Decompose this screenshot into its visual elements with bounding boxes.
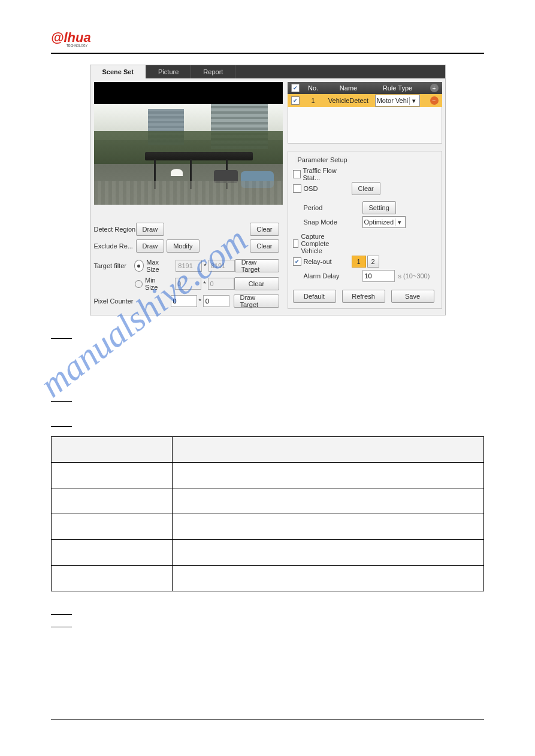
- exclude-region-modify-button[interactable]: Modify: [167, 239, 199, 253]
- rule-no: 1: [303, 97, 324, 104]
- table-cell: [52, 540, 173, 566]
- table-header-col2: [173, 437, 484, 463]
- min-height-input[interactable]: [208, 278, 234, 290]
- relay-out-label: Relay-out: [304, 258, 332, 265]
- name-header: Name: [324, 84, 374, 92]
- tab-report[interactable]: Report: [191, 65, 235, 78]
- snap-mode-select[interactable]: Optimized ▾: [362, 216, 406, 228]
- tab-picture[interactable]: Picture: [146, 65, 191, 78]
- traffic-flow-checkbox[interactable]: [293, 170, 301, 178]
- exclude-region-label: Exclude Re...: [94, 242, 136, 250]
- pixel-height-input[interactable]: [203, 295, 229, 307]
- relay-out-checkbox[interactable]: [293, 257, 301, 266]
- period-label: Period: [293, 204, 362, 211]
- table-cell: [52, 566, 173, 591]
- max-height-input[interactable]: [208, 260, 235, 272]
- table-cell: [52, 514, 173, 540]
- screenshot-figure: Scene Set Picture Report: [90, 65, 446, 315]
- detect-region-clear-button[interactable]: Clear: [250, 223, 279, 236]
- table-cell: [173, 566, 484, 591]
- chevron-down-icon: ▾: [409, 97, 418, 105]
- radio-icon: [135, 280, 143, 288]
- header-rule: [51, 53, 484, 54]
- document-footer-text: [51, 603, 484, 629]
- draw-target-max-button[interactable]: Draw Target: [235, 259, 279, 272]
- parameter-table: [51, 436, 484, 591]
- table-cell: [173, 514, 484, 540]
- no-header: No.: [303, 84, 324, 92]
- capture-complete-label: Capture Complete Vehicle: [301, 233, 351, 254]
- osd-clear-button[interactable]: Clear: [352, 182, 380, 195]
- max-size-radio[interactable]: Max Size: [134, 259, 173, 273]
- table-header-col1: [52, 437, 173, 463]
- pixel-counter-label: Pixel Counter: [94, 297, 136, 305]
- exclude-region-draw-button[interactable]: Draw: [136, 239, 165, 253]
- period-setting-button[interactable]: Setting: [362, 201, 396, 214]
- alarm-delay-unit: s (10~300): [395, 272, 430, 280]
- tab-bar: Scene Set Picture Report: [90, 65, 445, 78]
- logo-text: @lhua: [51, 30, 91, 45]
- capture-complete-checkbox[interactable]: [293, 239, 299, 248]
- parameter-setup-panel: Parameter Setup Traffic Flow Stat... OSD…: [288, 151, 442, 309]
- rules-table-header: No. Name Rule Type +: [288, 82, 442, 94]
- draw-target-pixel-button[interactable]: Draw Target: [234, 294, 279, 308]
- pixel-width-input[interactable]: [171, 295, 197, 307]
- parameter-setup-title: Parameter Setup: [295, 156, 350, 163]
- table-cell: [173, 488, 484, 514]
- snap-mode-label: Snap Mode: [293, 218, 362, 226]
- table-cell: [173, 463, 484, 488]
- logo-sub: TECHNOLOGY: [67, 44, 88, 47]
- rule-checkbox[interactable]: [291, 96, 300, 105]
- alarm-delay-label: Alarm Delay: [293, 272, 362, 280]
- video-preview: [94, 82, 283, 205]
- radio-selected-icon: [134, 260, 144, 272]
- rule-type-header: Rule Type: [374, 84, 422, 92]
- relay-2-button[interactable]: 2: [367, 256, 379, 268]
- target-filter-label: Target filter: [94, 262, 134, 269]
- max-size-label: Max Size: [146, 259, 172, 273]
- table-cell: [52, 488, 173, 514]
- alarm-delay-input[interactable]: [362, 270, 395, 282]
- min-size-label: Min Size: [145, 277, 170, 291]
- add-rule-icon[interactable]: +: [430, 84, 439, 92]
- save-button[interactable]: Save: [391, 290, 434, 303]
- osd-checkbox[interactable]: [293, 184, 301, 193]
- tab-scene-set[interactable]: Scene Set: [90, 65, 147, 78]
- traffic-flow-label: Traffic Flow Stat...: [303, 167, 352, 181]
- osd-label: OSD: [304, 185, 318, 192]
- detect-region-label: Detect Region: [94, 226, 136, 233]
- logo: @lhua TECHNOLOGY: [51, 30, 484, 48]
- target-filter-clear-button[interactable]: Clear: [234, 277, 279, 290]
- min-width-input[interactable]: [175, 278, 201, 290]
- chevron-down-icon: ▾: [395, 218, 404, 226]
- table-cell: [52, 463, 173, 488]
- footer-rule: [51, 719, 484, 720]
- rules-empty-area: [288, 107, 442, 144]
- rule-name: VehicleDetect: [324, 97, 374, 104]
- max-width-input[interactable]: [176, 260, 202, 272]
- rule-row[interactable]: 1 VehicleDetect Motor Vehi ▾ −: [288, 94, 442, 107]
- rule-type-select[interactable]: Motor Vehi ▾: [375, 95, 421, 107]
- table-cell: [173, 540, 484, 566]
- default-button[interactable]: Default: [293, 290, 336, 303]
- select-all-checkbox[interactable]: [291, 84, 300, 92]
- min-size-radio[interactable]: Min Size: [135, 277, 170, 291]
- document-body-text: [51, 327, 484, 428]
- relay-1-button[interactable]: 1: [352, 256, 366, 268]
- remove-rule-icon[interactable]: −: [430, 96, 439, 105]
- exclude-region-clear-button[interactable]: Clear: [250, 239, 279, 253]
- detect-region-draw-button[interactable]: Draw: [136, 223, 165, 236]
- refresh-button[interactable]: Refresh: [342, 290, 385, 303]
